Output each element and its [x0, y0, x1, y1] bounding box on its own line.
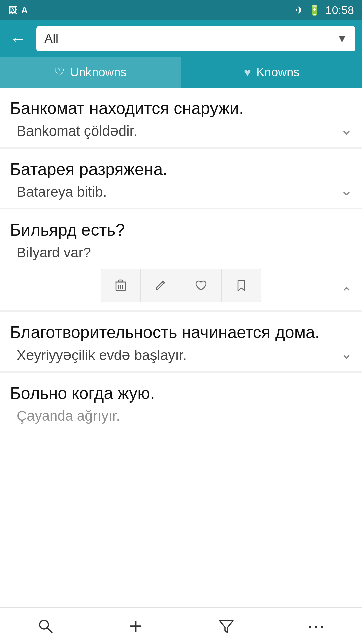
card-4-primary: Благотворительность начинается дома. [10, 322, 352, 343]
card-4[interactable]: Благотворительность начинается дома. Xey… [0, 312, 362, 371]
card-3-primary: Бильярд есть? [10, 219, 352, 241]
search-nav-button[interactable] [0, 608, 90, 644]
add-nav-button[interactable]: + [90, 608, 181, 644]
card-1[interactable]: Банкомат находится снаружи. Bankomat çöl… [0, 88, 362, 147]
card-2[interactable]: Батарея разряжена. Batareya bitib. ⌄ [0, 149, 362, 208]
card-4-chevron-icon: ⌄ [340, 345, 353, 362]
card-list: Банкомат находится снаружи. Bankomat çöl… [0, 88, 362, 433]
card-1-secondary: Bankomat çöldədir. [10, 123, 352, 139]
delete-button[interactable] [101, 269, 141, 302]
card-3[interactable]: Бильярд есть? Bilyard var? [0, 209, 362, 310]
more-nav-button[interactable]: ··· [272, 608, 362, 644]
card-3-chevron-icon: ⌄ [340, 284, 353, 301]
unknowns-heart-icon: ♡ [54, 65, 65, 79]
filter-nav-button[interactable] [181, 608, 272, 644]
card-5[interactable]: Больно когда жую. Çayanda ağrıyır. [0, 373, 362, 433]
edit-button[interactable] [141, 269, 181, 302]
status-icons-right: ✈ 🔋 10:58 [295, 4, 354, 17]
card-2-secondary: Batareya bitib. [10, 184, 352, 200]
svg-marker-9 [220, 621, 233, 633]
time-display: 10:58 [325, 4, 354, 17]
knowns-heart-icon: ♥ [244, 65, 251, 79]
tab-unknowns-label: Unknowns [70, 65, 126, 79]
svg-rect-2 [119, 280, 123, 282]
card-2-primary: Батарея разряжена. [10, 159, 352, 180]
status-bar: 🖼 A ✈ 🔋 10:58 [0, 0, 362, 20]
category-dropdown[interactable]: All ▼ [36, 26, 355, 51]
image-icon: 🖼 [8, 5, 17, 16]
card-4-secondary: Xeyriyyəçilik evdə başlayır. [10, 347, 352, 363]
airplane-icon: ✈ [295, 4, 304, 16]
text-icon: A [21, 5, 28, 15]
dropdown-value: All [44, 32, 58, 46]
bookmark-button[interactable] [221, 269, 261, 302]
card-1-chevron-icon: ⌄ [340, 121, 353, 138]
svg-line-8 [47, 628, 52, 633]
dropdown-arrow-icon: ▼ [337, 33, 347, 45]
battery-icon: 🔋 [308, 4, 321, 16]
back-button[interactable]: ← [7, 31, 29, 47]
favorite-button[interactable] [181, 269, 221, 302]
tab-knowns-label: Knowns [256, 65, 299, 79]
tab-unknowns[interactable]: ♡ Unknowns [0, 57, 181, 88]
status-icons-left: 🖼 A [8, 5, 28, 16]
tab-knowns[interactable]: ♥ Knowns [181, 57, 362, 88]
card-1-primary: Банкомат находится снаружи. [10, 98, 352, 119]
bottom-nav: + ··· [0, 607, 362, 644]
card-3-secondary: Bilyard var? [10, 245, 352, 261]
card-5-primary: Больно когда жую. [10, 383, 352, 405]
card-3-actions [10, 269, 352, 302]
card-2-chevron-icon: ⌄ [340, 181, 353, 199]
header: ← All ▼ [0, 20, 362, 57]
card-5-secondary: Çayanda ağrıyır. [10, 408, 352, 424]
tab-bar: ♡ Unknowns ♥ Knowns [0, 57, 362, 88]
